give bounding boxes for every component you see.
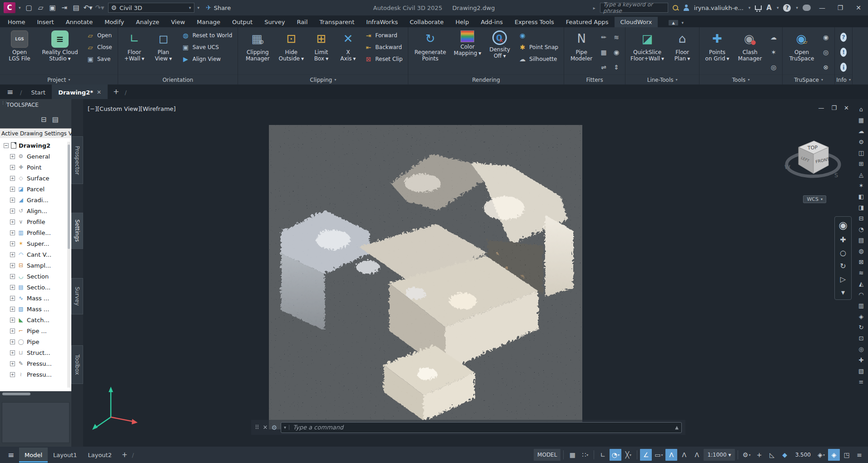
truspace-view-button[interactable]: ◎ (820, 45, 832, 59)
quick-properties-icon[interactable]: ◺ (766, 449, 778, 461)
zoom-icon[interactable]: ○ (840, 249, 846, 257)
model-viewport[interactable]: [−][Custom View][Wireframe] — ❐ ✕ (83, 99, 868, 447)
point-snap-button[interactable]: ✱Point Snap (516, 42, 561, 53)
layout-tab-model[interactable]: Model (19, 448, 48, 463)
file-tabs-menu-icon[interactable]: ≡ (0, 85, 20, 99)
cw-strip-icon-19[interactable]: ▥ (858, 302, 864, 309)
cw-strip-icon-14[interactable]: ◍ (858, 247, 863, 255)
fit-patch-button[interactable]: ▦ (598, 45, 610, 59)
ortho-mode-icon[interactable]: ∟ (597, 449, 609, 461)
object-snap-tracking-icon[interactable]: ∠ (640, 449, 652, 461)
cw-strip-icon-10[interactable]: ◨ (858, 204, 864, 211)
tree-item-gradi-[interactable]: +◢Gradi... (0, 194, 71, 205)
cw-strip-icon-20[interactable]: ◈ (859, 313, 863, 320)
reality-cloud-studio-button[interactable]: ≡Reality CloudStudio▾ (38, 29, 82, 75)
menu-tab-help[interactable]: Help (450, 17, 475, 27)
autodesk-caret-icon[interactable]: ▾ (777, 5, 779, 10)
navigation-wheel-icon[interactable]: ◉ (838, 219, 847, 231)
panel-title-fitters[interactable]: Fitters (564, 75, 625, 85)
panel-title-project[interactable]: Project▾ (0, 75, 118, 85)
tree-item-struct-[interactable]: +⊔Struct... (0, 347, 71, 358)
expand-icon[interactable]: + (10, 339, 15, 344)
app-menu-caret-icon[interactable]: ▾ (19, 5, 21, 10)
search-expand-icon[interactable]: ▸ (593, 5, 595, 10)
save-ucs-button[interactable]: ▣Save UCS (179, 42, 235, 53)
color-mapping-button[interactable]: ColorMapping▾ (451, 29, 484, 75)
expand-icon[interactable]: + (10, 187, 15, 192)
tree-vertical-scrollbar[interactable] (67, 142, 70, 388)
new-tab-button[interactable]: + (108, 85, 124, 99)
density-off-button[interactable]: 0✕DensityOff▾ (486, 29, 514, 75)
expand-icon[interactable]: + (10, 198, 15, 203)
menu-tab-collaborate[interactable]: Collaborate (404, 17, 450, 27)
save-button[interactable]: ▣ (47, 2, 58, 14)
expand-icon[interactable]: + (10, 274, 15, 279)
layout-tab-layout2[interactable]: Layout2 (83, 448, 117, 463)
tree-item-surface[interactable]: +◇Surface (0, 173, 71, 184)
cw-strip-icon-7[interactable]: ◬ (859, 171, 863, 179)
feedback-bubble-icon[interactable] (803, 5, 811, 11)
tree-item-profile[interactable]: +∨Profile (0, 216, 71, 227)
annotation-autoscale-icon[interactable]: Λ (678, 449, 690, 461)
workspace-switching-icon[interactable]: ⚙▾ (741, 449, 753, 461)
floor-wall-button[interactable]: ∟Floor+Wall▾ (121, 29, 148, 75)
expand-icon[interactable]: + (10, 209, 15, 214)
clipping-manager-button[interactable]: ▦⚙ClippingManager (241, 29, 274, 75)
info-alert-button[interactable]: ! (838, 45, 849, 59)
open-truspace-button[interactable]: ◉▱OpenTruSpace (785, 29, 818, 75)
tree-item-pipe-[interactable]: +⌐Pipe ... (0, 325, 71, 336)
tree-item-profile-[interactable]: +▥Profile... (0, 227, 71, 238)
clean-screen-icon[interactable]: ◳ (841, 449, 853, 461)
info-help-button[interactable]: ? (838, 30, 849, 44)
menu-tab-featured-apps[interactable]: Featured Apps (560, 17, 615, 27)
scale-value[interactable]: 3.500 (792, 449, 814, 461)
reset-to-world-button[interactable]: ◍Reset to World (179, 30, 235, 41)
tree-item-parcel[interactable]: +◪Parcel (0, 184, 71, 194)
tools-cloud-button[interactable]: ☁ (768, 30, 779, 44)
hardware-acceleration-icon[interactable]: ◈ (828, 449, 840, 461)
panel-title-tools[interactable]: Tools▾ (699, 75, 782, 85)
new-layout-button[interactable]: + (117, 448, 132, 462)
panel-title-line-tools[interactable]: Line-Tools▾ (625, 75, 699, 85)
polar-tracking-icon[interactable]: ◔▾ (610, 449, 621, 461)
graphics-shield-icon[interactable]: ◆ (779, 449, 791, 461)
cw-strip-icon-3[interactable]: ☁ (858, 127, 864, 135)
tree-item-general[interactable]: +⚙General (0, 151, 71, 162)
search-input[interactable]: Type a keyword or phrase (600, 3, 668, 13)
menu-tab-modify[interactable]: Modify (99, 17, 130, 27)
expand-icon[interactable]: + (10, 350, 15, 355)
tab-start[interactable]: Start (25, 86, 52, 99)
close-button[interactable]: ✕ (852, 4, 865, 11)
save-as-button[interactable]: ⇥ (59, 2, 70, 14)
collapse-icon[interactable]: − (4, 143, 9, 148)
viewcube[interactable]: W S TOP LEFT FRONT (784, 132, 843, 191)
tab-toolbox[interactable]: Toolbox (71, 345, 83, 384)
view-points-button[interactable]: ◉ (516, 30, 561, 41)
tree-item-sectio-[interactable]: +▤Sectio... (0, 282, 71, 293)
silhouette-button[interactable]: ☁Silhouette (516, 54, 561, 65)
points-on-grid-button[interactable]: ✚Pointson Grid▾ (702, 29, 732, 75)
toolspace-list-icon[interactable]: ▤ (52, 115, 59, 124)
cw-strip-icon-1[interactable]: ⌂ (859, 105, 863, 113)
clip-forward-button[interactable]: ⇥Forward (362, 30, 405, 41)
tools-light-button[interactable]: ✶ (768, 45, 779, 59)
cw-strip-icon-24[interactable]: ✚ (859, 356, 864, 364)
isolate-objects-icon[interactable]: ◈▾ (815, 449, 827, 461)
fit-extend-button[interactable]: ⇕ (610, 60, 622, 75)
annotation-monitor-icon[interactable]: + (754, 449, 765, 461)
menu-tab-rail[interactable]: Rail (291, 17, 313, 27)
customize-icon[interactable]: ≡ (853, 449, 865, 461)
toolspace-header[interactable]: TOOLSPACE (0, 99, 71, 111)
clash-manager-button[interactable]: ◉●ClashManager (734, 29, 766, 75)
qat-customize-caret-icon[interactable]: ▾ (198, 5, 200, 10)
panel-title-rendering[interactable]: Rendering (408, 75, 564, 85)
tree-item-cant-v-[interactable]: +◠Cant V... (0, 249, 71, 260)
snap-mode-icon[interactable]: ∷▾ (579, 449, 591, 461)
annotation-objects-icon[interactable]: Λ (691, 449, 703, 461)
expand-icon[interactable]: + (10, 372, 15, 377)
command-input[interactable]: ▾ Type a command ▲ (281, 422, 682, 433)
tree-item-pipe[interactable]: +◯Pipe (0, 336, 71, 347)
plan-view-button[interactable]: ◻PlanView▾ (150, 29, 177, 75)
panel-title-clipping[interactable]: Clipping▾ (238, 75, 408, 85)
menu-tab-annotate[interactable]: Annotate (60, 17, 99, 27)
